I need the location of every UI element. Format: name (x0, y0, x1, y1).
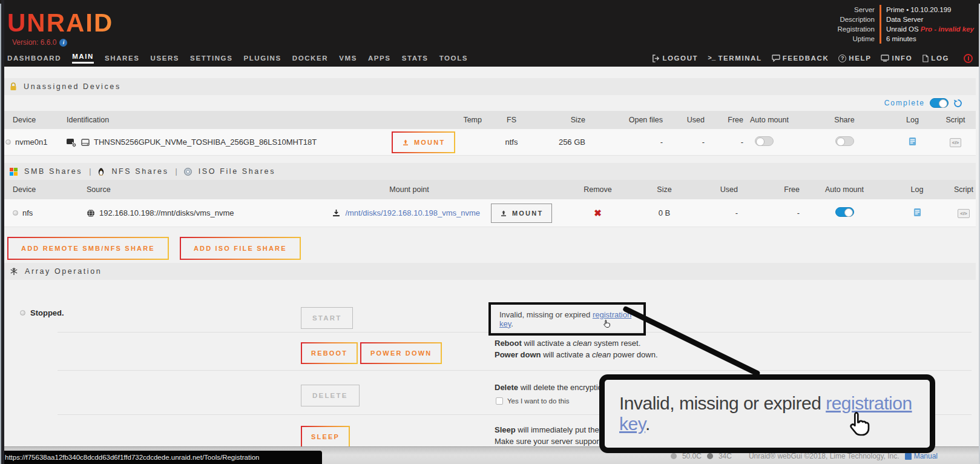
col-free: Free (709, 116, 748, 124)
manual-link[interactable]: Manual (905, 452, 938, 460)
device-name[interactable]: nvme0n1 (15, 138, 47, 147)
reboot-button[interactable]: REBOOT (301, 342, 358, 364)
delete-confirm-row: Yes I want to do this (496, 397, 570, 405)
script-icon[interactable]: </> (950, 138, 962, 147)
fs-value: ntfs (490, 138, 533, 147)
iso-file-shares-title[interactable]: ISO File Shares (199, 167, 275, 176)
source-cell: 192.168.10.198://mnt/disks/vms_nvme (65, 208, 331, 217)
size-value: 0 B (645, 208, 684, 217)
smb-windows-icon (10, 168, 18, 176)
col-open-files: Open files (591, 116, 667, 124)
iso-disc-icon (184, 168, 192, 176)
copyright-text: Unraid® webGui ©2018, Lime Technology, I… (749, 452, 899, 460)
col-device: Device (4, 185, 65, 194)
array-status-dot (20, 310, 25, 316)
server-info: Server Prime • 10.10.20.199 Description … (838, 5, 974, 44)
version-label: Version: 6.6.0 i (12, 38, 67, 47)
mount-point-link[interactable]: /mnt/disks/192.168.10.198_vms_nvme (345, 208, 480, 217)
nav-logout[interactable]: LOGOUT (652, 55, 698, 62)
mount-point-cell: /mnt/disks/192.168.10.198_vms_nvme (331, 208, 487, 217)
statusbar-url-tooltip: https://f75638aa12fb340c8dcdd63d6f1ffd73… (0, 451, 322, 464)
device-name[interactable]: nfs (22, 208, 33, 217)
mb-temp: 34C (719, 452, 732, 460)
col-log: Log (887, 116, 938, 124)
temp-dot-icon (671, 453, 677, 459)
col-log: Log (887, 185, 947, 194)
power-down-button[interactable]: POWER DOWN (360, 342, 442, 364)
section-unassigned-devices: Unassigned Devices (4, 78, 976, 95)
globe-icon (87, 209, 95, 217)
nav-users[interactable]: USERS (150, 55, 179, 62)
nav-help[interactable]: ? HELP (838, 55, 871, 62)
footer-info: 50.0C 34C Unraid® webGui ©2018, Lime Tec… (671, 452, 938, 460)
uptime-label: Uptime (838, 34, 881, 44)
alert-notification-icon[interactable] (964, 54, 973, 63)
complete-toggle[interactable] (930, 98, 949, 108)
nav-terminal[interactable]: >_ TERMINAL (708, 55, 761, 62)
download-icon[interactable] (332, 209, 340, 217)
unassigned-device-row: nvme0n1 THNSN5256GPUK_NVMe_TOSHIBA_256GB… (4, 129, 976, 156)
delete-confirm-checkbox[interactable] (496, 397, 503, 405)
auto-mount-toggle[interactable] (835, 207, 854, 217)
main-nav: DASHBOARD MAIN SHARES USERS SETTINGS PLU… (0, 50, 980, 67)
mount-button[interactable]: MOUNT (392, 131, 455, 153)
col-temp: Temp (448, 116, 490, 124)
share-source: 192.168.10.198://mnt/disks/vms_nvme (99, 208, 234, 217)
nav-apps[interactable]: APPS (368, 55, 391, 62)
col-share: Share (802, 116, 887, 124)
delete-confirm-label: Yes I want to do this (507, 397, 570, 405)
open-files-value: - (591, 138, 667, 147)
col-used: Used (667, 116, 709, 124)
col-script: Script (938, 116, 973, 124)
sleep-button[interactable]: SLEEP (301, 426, 350, 448)
col-source: Source (65, 185, 331, 194)
auto-mount-toggle[interactable] (755, 136, 774, 146)
nfs-shares-title[interactable]: NFS Shares (111, 167, 168, 176)
nav-log[interactable]: LOG (922, 55, 949, 62)
col-mount-point: Mount point (331, 185, 487, 194)
complete-label: Complete (884, 99, 925, 107)
device-cell: nfs (4, 208, 65, 217)
nav-settings[interactable]: SETTINGS (190, 55, 232, 62)
nav-stats[interactable]: STATS (402, 55, 429, 62)
start-button: START (301, 307, 353, 329)
registration-value: Unraid OS Pro - invalid key (881, 24, 974, 34)
lock-icon (10, 82, 17, 91)
description-label: Description (838, 15, 881, 24)
version-info-icon[interactable]: i (59, 39, 67, 47)
mount-button[interactable]: MOUNT (491, 204, 552, 223)
device-identification[interactable]: THNSN5256GPUK_NVMe_TOSHIBA_256GB_86LS10M… (94, 138, 317, 147)
log-icon[interactable] (909, 137, 916, 146)
used-value: - (684, 208, 748, 217)
add-iso-file-share-button[interactable]: ADD ISO FILE SHARE (180, 237, 301, 260)
nav-feedback[interactable]: FEEDBACK (772, 55, 829, 62)
log-icon[interactable] (913, 208, 921, 217)
share-toggle[interactable] (835, 136, 854, 146)
smb-shares-title[interactable]: SMB Shares (24, 167, 82, 176)
nav-main[interactable]: MAIN (72, 53, 94, 64)
add-share-buttons: ADD REMOTE SMB/NFS SHARE ADD ISO FILE SH… (4, 237, 976, 260)
nav-info[interactable]: INFO (881, 55, 912, 62)
row-separator (58, 370, 972, 371)
script-icon[interactable]: </> (958, 209, 970, 218)
remove-icon[interactable]: ✖ (594, 208, 602, 218)
nav-tools[interactable]: TOOLS (439, 55, 468, 62)
refresh-icon[interactable] (953, 99, 962, 108)
nav-dashboard[interactable]: DASHBOARD (7, 55, 61, 62)
identification-cell: THNSN5256GPUK_NVMe_TOSHIBA_256GB_86LS10M… (65, 138, 384, 147)
disk-add-icon[interactable] (66, 138, 77, 147)
description-value: Data Server (881, 15, 974, 24)
nav-vms[interactable]: VMS (339, 55, 357, 62)
col-remove: Remove (551, 185, 645, 194)
col-fs: FS (490, 116, 533, 124)
nav-docker[interactable]: DOCKER (292, 55, 328, 62)
help-icon: ? (838, 55, 846, 62)
add-remote-smb-nfs-share-button[interactable]: ADD REMOTE SMB/NFS SHARE (7, 237, 169, 260)
used-value: - (667, 138, 709, 147)
nav-shares[interactable]: SHARES (105, 55, 140, 62)
logout-icon (652, 55, 660, 62)
unraid-logo[interactable]: UNRAID (7, 8, 113, 38)
server-value: Prime • 10.10.20.199 (881, 5, 974, 15)
nfs-penguin-icon (97, 167, 105, 176)
nav-plugins[interactable]: PLUGINS (243, 55, 281, 62)
